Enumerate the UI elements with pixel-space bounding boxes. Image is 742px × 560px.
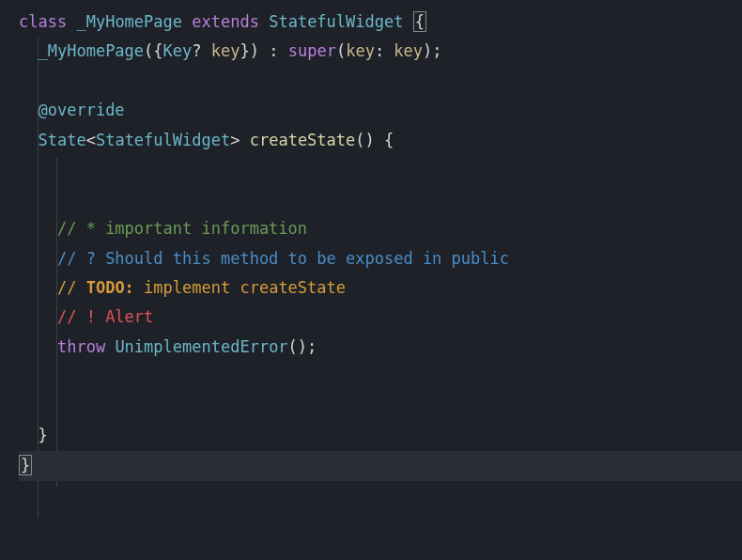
error-class: UnimplementedError <box>105 337 287 356</box>
brace: } <box>240 41 250 60</box>
paren: ) <box>250 41 259 60</box>
comment-important: // * important information <box>57 219 307 238</box>
comment-todo-label: TODO: <box>86 278 134 297</box>
parent-class: StatefulWidget <box>269 12 403 31</box>
keyword-extends: extends <box>192 12 259 31</box>
comment-question: // ? Should this method to be exposed in… <box>57 249 509 268</box>
close-brace: } <box>38 426 47 444</box>
keyword-class: class <box>19 12 67 31</box>
code-line-7[interactable]: // TODO: implement createState <box>19 273 742 303</box>
paren: ( <box>336 41 346 60</box>
brace: { <box>153 41 162 60</box>
return-type: State <box>38 131 85 149</box>
close-brace: } <box>19 455 32 475</box>
code-line-11[interactable]: } <box>19 451 742 480</box>
current-line-highlight <box>19 451 742 481</box>
code-line-empty[interactable] <box>19 67 742 96</box>
generic-close: > <box>230 131 240 149</box>
code-editor[interactable]: class _MyHomePage extends StatefulWidget… <box>0 8 742 480</box>
space <box>182 12 192 31</box>
keyword-super: super <box>288 41 336 60</box>
colon: : <box>375 41 394 60</box>
code-line-empty[interactable] <box>19 362 742 391</box>
code-line-10[interactable]: } <box>19 421 742 450</box>
generic-open: < <box>86 131 96 149</box>
generic-type: StatefulWidget <box>96 131 230 149</box>
parens: () <box>355 131 374 149</box>
paren: ( <box>144 41 153 60</box>
code-line-5[interactable]: // * important information <box>19 214 742 243</box>
code-line-9[interactable]: throw UnimplementedError(); <box>19 333 742 362</box>
nullable: ? <box>192 41 201 60</box>
code-line-4[interactable]: State<StatefulWidget> createState() { <box>19 126 742 155</box>
code-line-6[interactable]: // ? Should this method to be exposed in… <box>19 244 742 273</box>
key-param: key <box>202 41 240 60</box>
space <box>67 12 76 31</box>
code-line-empty[interactable] <box>19 185 742 214</box>
code-line-2[interactable]: _MyHomePage({Key? key}) : super(key: key… <box>19 37 742 66</box>
open-brace: { <box>413 11 426 32</box>
code-line-empty[interactable] <box>19 392 742 421</box>
comment-todo-text: implement createState <box>134 278 346 297</box>
constructor-name: _MyHomePage <box>38 41 144 60</box>
parens: (); <box>288 337 317 356</box>
colon: : <box>259 41 288 60</box>
class-name: _MyHomePage <box>76 12 182 31</box>
comment-todo-slash: // <box>57 278 86 297</box>
brace: { <box>375 131 394 149</box>
key-type: Key <box>163 41 193 60</box>
method-name: createState <box>240 131 355 149</box>
code-line-3[interactable]: @override <box>19 96 742 125</box>
named-param: key <box>346 41 375 60</box>
space <box>259 12 269 31</box>
code-line-empty[interactable] <box>19 155 742 184</box>
space <box>403 12 412 31</box>
code-line-1[interactable]: class _MyHomePage extends StatefulWidget… <box>19 8 742 37</box>
comment-alert: // ! Alert <box>57 307 153 326</box>
code-line-8[interactable]: // ! Alert <box>19 303 742 332</box>
keyword-throw: throw <box>57 337 105 356</box>
annotation-override: @override <box>38 101 124 119</box>
named-val: key <box>394 41 423 60</box>
close: ); <box>423 41 441 60</box>
